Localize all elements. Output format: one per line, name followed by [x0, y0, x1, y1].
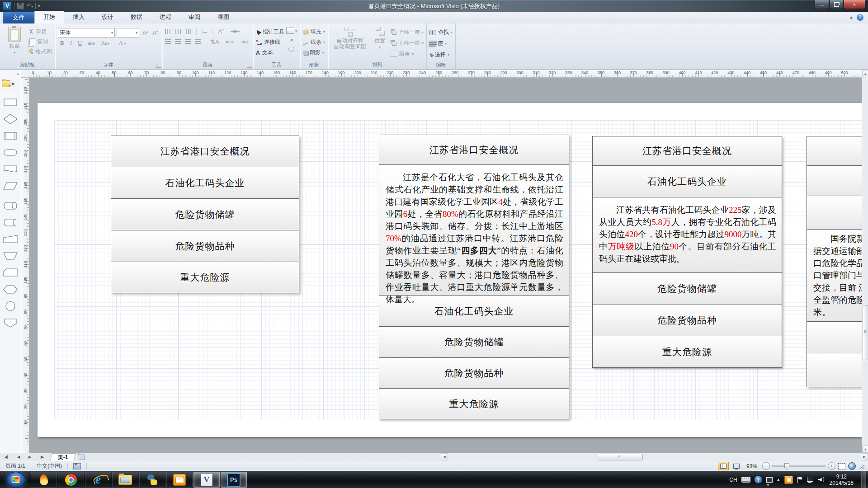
page-indicator[interactable]: 页面 1/1 — [0, 461, 31, 471]
line-button[interactable]: 线条▾ — [303, 38, 325, 47]
stencil-shape-framed-rectangle[interactable] — [0, 127, 20, 144]
zoom-track[interactable] — [772, 465, 826, 467]
decrease-indent-icon[interactable]: ⇤≡ — [224, 38, 235, 45]
change-case-icon[interactable]: Aa▾ — [99, 39, 111, 47]
stencil-shape-pentagon-down[interactable] — [0, 314, 20, 331]
flow-empty-box[interactable] — [807, 136, 862, 166]
pan-zoom-icon[interactable] — [848, 462, 856, 470]
network-icon[interactable] — [807, 477, 814, 483]
stencil-shape-diamond[interactable] — [0, 111, 20, 127]
taskbar-internet-explorer-button[interactable]: e — [85, 472, 111, 488]
tab-插入[interactable]: 插入 — [64, 11, 93, 23]
help-icon[interactable]: ? — [857, 14, 863, 21]
font-name-select[interactable]: 宋体▾ — [58, 28, 115, 38]
page-tab[interactable]: 页-1 — [50, 453, 76, 461]
macro-record-button[interactable] — [68, 461, 86, 471]
action-center-icon[interactable] — [797, 477, 803, 483]
tab-视图[interactable]: 视图 — [209, 11, 238, 23]
start-button[interactable] — [6, 472, 25, 488]
fit-page-icon[interactable] — [838, 463, 845, 469]
scroll-right-icon[interactable]: ▶ — [861, 453, 868, 460]
taskbar-outlook-button[interactable] — [166, 472, 193, 488]
align-bottom-icon[interactable] — [186, 29, 193, 34]
flow-text-box[interactable]: 江苏是个石化大省，石油化工码头及其仓储式石化产业的基础支撑和生命线，依托沿江港口… — [379, 165, 569, 296]
clock[interactable]: 9:12 2014/5/16 — [830, 474, 854, 486]
vertical-scroll-thumb[interactable] — [863, 305, 868, 360]
stencil-shape-document[interactable] — [0, 161, 20, 178]
minimize-button[interactable]: — — [815, 0, 829, 9]
copy-button[interactable]: 复制 — [28, 37, 52, 46]
insert-page-button[interactable] — [75, 453, 89, 461]
flow-item-box[interactable]: 重大危险源 — [111, 262, 299, 293]
align-middle-icon[interactable] — [175, 29, 182, 34]
stencil-shape-rectangle[interactable] — [0, 94, 20, 111]
fill-button[interactable]: 填充▾ — [303, 28, 325, 36]
open-stencil-icon[interactable] — [2, 80, 10, 87]
expand-stencil-icon[interactable]: » — [17, 72, 19, 76]
vertical-scrollbar[interactable]: ▲ ▼ — [862, 70, 868, 453]
format-painter-button[interactable]: 格式刷 — [28, 47, 52, 56]
scroll-up-icon[interactable]: ▲ — [862, 70, 868, 77]
previous-page-icon[interactable]: ◀ — [13, 455, 24, 459]
zoom-out-icon[interactable]: − — [762, 462, 770, 470]
drawing-canvas[interactable]: 江苏省港口安全概况石油化工码头企业危险货物储罐危险货物品种重大危险源江苏省港口安… — [29, 78, 862, 453]
strikethrough-icon[interactable]: abe — [86, 40, 96, 46]
connector-button[interactable]: 连接线 — [256, 38, 284, 47]
taskbar-flame-browser-button[interactable] — [31, 472, 57, 488]
taskbar-photoshop-button[interactable]: Ps — [221, 472, 247, 488]
taskbar-windows-explorer-button[interactable] — [112, 472, 138, 488]
stencil-shape-stadium[interactable] — [0, 144, 20, 161]
flow-item-box[interactable]: 江苏省港口安全概况 — [379, 135, 569, 165]
horizontal-scrollbar[interactable]: ◀ ▶ — [441, 453, 868, 460]
tab-数据[interactable]: 数据 — [122, 11, 151, 23]
align-center-icon[interactable] — [175, 39, 181, 44]
flow-item-box[interactable]: 危险货物品种 — [592, 305, 782, 336]
group-button[interactable]: 组合▾ — [391, 49, 424, 58]
tray-help-icon[interactable]: ? — [755, 476, 762, 483]
drawing-page[interactable]: 江苏省港口安全概况石油化工码头企业危险货物储罐危险货物品种重大危险源江苏省港口安… — [38, 103, 862, 437]
taskbar-visio-button[interactable]: V — [193, 472, 220, 488]
scroll-left-icon[interactable]: ◀ — [441, 453, 448, 460]
taskbar-chrome-button[interactable] — [58, 472, 84, 488]
select-button[interactable]: 选择▾ — [429, 50, 453, 59]
flow-text-box[interactable]: 江苏省共有石油化工码头企业225家，涉及从业人员大约5.8万人，拥有专业化石油化… — [592, 197, 782, 273]
align-right-icon[interactable] — [185, 39, 191, 44]
volume-icon[interactable] — [818, 477, 825, 483]
stencil-shape-card[interactable] — [0, 264, 20, 281]
scroll-down-icon[interactable]: ▼ — [862, 446, 868, 453]
paragraph-dialog-launcher-icon[interactable] — [247, 63, 252, 68]
flow-item-box[interactable]: 重大危险源 — [379, 389, 569, 419]
find-button[interactable]: 查找▾ — [429, 28, 453, 37]
horizontal-scroll-thumb[interactable] — [598, 454, 643, 460]
line-spacing-icon[interactable]: ⇅A — [209, 38, 221, 45]
stencil-shape-stored-data[interactable] — [0, 214, 20, 231]
italic-icon[interactable]: I — [69, 39, 73, 47]
bold-icon[interactable]: B — [59, 39, 66, 47]
bullets-icon[interactable]: ≔ — [200, 28, 209, 35]
tab-开始[interactable]: 开始 — [34, 11, 64, 24]
flow-item-box[interactable]: 危险货物品种 — [379, 358, 569, 389]
flow-item-box[interactable]: 危险货物储罐 — [379, 327, 569, 358]
tray-window-icon[interactable] — [766, 477, 773, 483]
shadow-button[interactable]: 阴影▾ — [303, 48, 325, 57]
show-desktop-button[interactable] — [861, 471, 866, 488]
justify-icon[interactable] — [195, 39, 201, 44]
stencil-shape-manual-input[interactable] — [0, 231, 20, 248]
font-size-select[interactable]: ▾ — [117, 28, 139, 38]
stencil-shape-hexagon[interactable] — [0, 281, 20, 298]
bring-forward-button[interactable]: 上移一层▾ — [391, 28, 424, 37]
align-top-icon[interactable] — [165, 29, 172, 34]
flow-item-box[interactable]: 石油化工码头企业 — [111, 167, 299, 199]
minimize-ribbon-icon[interactable]: ▲ — [849, 15, 854, 19]
flow-empty-box[interactable] — [807, 354, 862, 387]
flow-item-box[interactable]: 石油化工码头企业 — [592, 166, 782, 197]
stencil-more-icon[interactable]: ▶ — [12, 81, 15, 86]
input-language-indicator[interactable]: CH — [729, 477, 737, 483]
stencil-shape-parallelogram[interactable] — [0, 178, 20, 194]
grow-font-icon[interactable]: A▴ — [141, 29, 149, 36]
stencil-shape-inverted-trapezoid[interactable] — [0, 248, 20, 264]
fullscreen-view-button[interactable] — [731, 462, 741, 470]
text-tool-button[interactable]: A文本 — [256, 48, 284, 57]
cut-button[interactable]: 剪切 — [28, 27, 52, 36]
show-hidden-icons[interactable]: ▲ — [777, 478, 780, 482]
